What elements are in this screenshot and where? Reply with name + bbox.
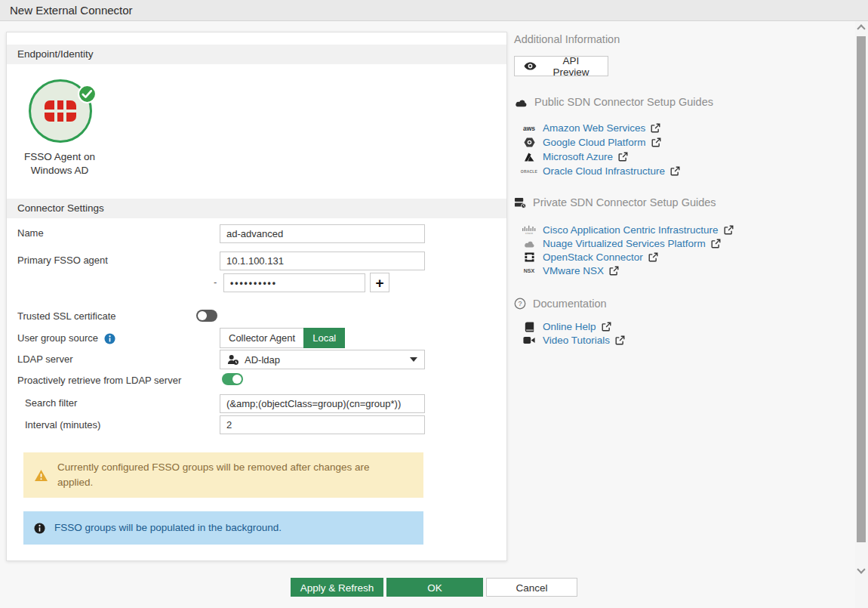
server-icon [514,197,526,208]
nsx-icon: NSX [521,268,537,273]
scroll-down-icon[interactable] [857,565,865,573]
scroll-up-icon[interactable] [857,24,865,32]
user-group-source-label: User group source [17,332,98,345]
cancel-button[interactable]: Cancel [486,578,577,597]
link-label[interactable]: Microsoft Azure [543,151,613,162]
svg-text:?: ? [519,300,522,307]
link-oracle-cloud-infrastructure[interactable]: ORACLE Oracle Cloud Infrastructure [521,164,680,178]
external-link-icon [609,266,619,276]
ldap-server-label: LDAP server [17,353,215,366]
connector-form-panel: Endpoint/Identity FSSO Agent on Windows … [6,32,507,561]
api-preview-button[interactable]: API Preview [514,56,608,76]
additional-information-heading: Additional Information [514,33,620,45]
svg-text:cisco: cisco [525,231,534,235]
external-link-icon [648,252,658,262]
link-vmware-nsx[interactable]: NSX VMware NSX [521,264,619,278]
info-circle-icon [34,523,45,534]
apply-refresh-button[interactable]: Apply & Refresh [291,578,383,597]
private-sdn-guides-heading: Private SDN Connector Setup Guides [514,196,716,208]
link-cisco-aci[interactable]: cisco Cisco Application Centric Infrastr… [521,223,734,237]
link-label[interactable]: Cisco Application Centric Infrastructure [543,224,719,236]
cisco-icon: cisco [521,225,537,235]
documentation-heading: ? Documentation [514,298,607,310]
openstack-icon [521,252,537,262]
question-circle-icon: ? [514,298,526,310]
azure-icon [521,153,537,162]
warning-message: Currently configured FSSO groups will be… [23,452,423,498]
fortinet-logo-icon [45,100,76,122]
local-option[interactable]: Local [303,328,345,348]
link-label[interactable]: Nuage Virtualized Services Platform [543,238,706,249]
link-label[interactable]: Online Help [543,321,596,332]
book-icon [521,322,537,332]
aws-icon: aws [521,125,537,132]
external-link-icon [711,239,721,248]
password-separator: - [214,276,217,288]
warning-icon [34,469,48,482]
scrollbar [855,21,868,608]
primary-fsso-agent-label: Primary FSSO agent [17,254,215,267]
external-link-icon [651,123,660,133]
collector-agent-option[interactable]: Collector Agent [220,328,304,348]
dropdown-caret-icon [410,357,417,362]
warning-text: Currently configured FSSO groups will be… [57,460,399,489]
ldap-server-value: AD-ldap [245,354,280,366]
interval-input[interactable] [220,415,425,434]
oracle-icon: ORACLE [521,169,537,174]
link-label[interactable]: VMware NSX [543,265,604,276]
link-video-tutorials[interactable]: Video Tutorials [521,333,625,347]
connector-settings-section-header: Connector Settings [7,199,506,218]
interval-label: Interval (minutes) [25,418,223,432]
eye-icon [524,62,537,70]
public-sdn-guides-heading: Public SDN Connector Setup Guides [514,96,713,108]
cloud-icon [514,97,528,107]
link-label[interactable]: Google Cloud Platform [543,137,646,148]
ok-button[interactable]: OK [386,578,483,597]
api-preview-label: API Preview [543,55,599,78]
link-google-cloud-platform[interactable]: Google Cloud Platform [521,135,661,150]
link-amazon-web-services[interactable]: aws Amazon Web Services [521,121,660,135]
info-message: FSSO groups will be populated in the bac… [23,511,423,545]
link-label[interactable]: Oracle Cloud Infrastructure [543,165,665,177]
link-label[interactable]: Amazon Web Services [543,122,645,134]
scrollbar-thumb[interactable] [857,36,866,542]
add-fsso-agent-button[interactable]: + [370,273,389,292]
link-online-help[interactable]: Online Help [521,319,611,334]
proactive-retrieve-toggle[interactable] [222,373,243,385]
user-group-source-segment: Collector Agent Local [220,328,345,348]
link-label[interactable]: OpenStack Connector [543,252,643,263]
endpoint-identity-section-header: Endpoint/Identity [7,45,506,64]
name-input[interactable] [220,224,425,243]
link-nuage-vsp[interactable]: Nuage Virtualized Services Platform [521,236,721,251]
search-filter-label: Search filter [25,397,223,410]
external-link-icon [618,152,628,162]
link-openstack-connector[interactable]: OpenStack Connector [521,250,658,264]
external-link-icon [651,137,661,147]
link-label[interactable]: Video Tutorials [543,335,610,346]
info-text: FSSO groups will be populated in the bac… [54,520,282,535]
link-microsoft-azure[interactable]: Microsoft Azure [521,150,628,164]
user-group-source-row: User group source [17,332,215,345]
connector-type-label: FSSO Agent on Windows AD [13,150,106,177]
nuage-icon [521,239,537,248]
fsso-password-input[interactable] [223,273,365,292]
external-link-icon [602,322,611,332]
external-link-icon [670,166,680,176]
name-label: Name [17,227,215,240]
trusted-ssl-toggle[interactable] [196,310,217,322]
external-link-icon [615,335,625,345]
selected-check-icon [78,85,97,106]
proactive-retrieve-label: Proactively retrieve from LDAP server [17,374,215,387]
gcp-icon [521,137,537,147]
external-link-icon [724,225,734,235]
video-camera-icon [521,336,537,344]
page-title: New External Connector [0,0,868,21]
info-icon[interactable] [104,333,115,344]
search-filter-input[interactable] [220,394,425,413]
ldap-user-icon [227,354,239,366]
primary-fsso-agent-input[interactable] [220,252,425,270]
ldap-server-select[interactable]: AD-ldap [220,350,425,369]
trusted-ssl-label: Trusted SSL certificate [17,310,215,323]
